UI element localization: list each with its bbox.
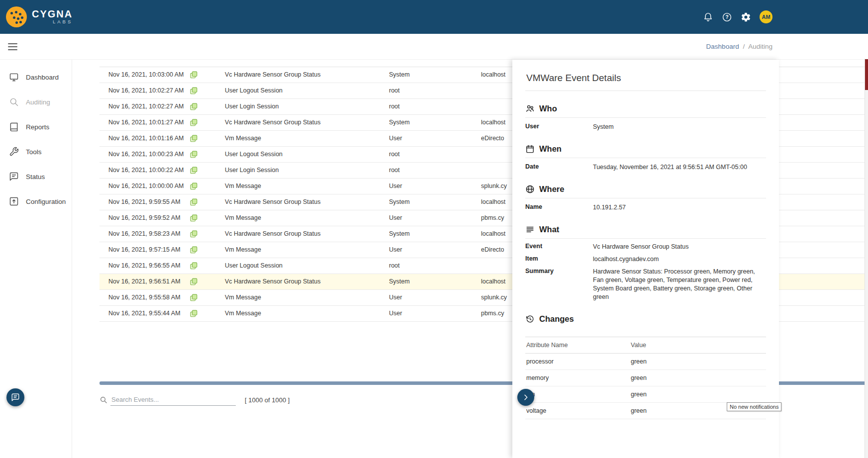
- detail-value: Hardware Sensor Status: Processor green,…: [593, 268, 766, 301]
- section-heading: Where: [539, 184, 564, 194]
- change-value: green: [631, 374, 765, 381]
- detail-value: Tuesday, November 16, 2021 at 9:56:51 AM…: [593, 163, 766, 172]
- event-user: User: [389, 242, 481, 258]
- panel-title: VMWare Event Details: [525, 60, 766, 91]
- detail-value: System: [593, 123, 766, 131]
- vmware-event-icon: [184, 306, 225, 321]
- event-name: Vc Hardware Sensor Group Status: [225, 67, 389, 83]
- event-name: User Login Session: [225, 99, 389, 114]
- event-time: Nov 16, 2021, 10:00:22 AM: [99, 163, 184, 178]
- user-avatar[interactable]: AM: [760, 10, 772, 23]
- event-time: Nov 16, 2021, 9:55:58 AM: [99, 290, 184, 305]
- where-globe-icon: [525, 184, 535, 194]
- sidebar-item-tools[interactable]: Tools: [0, 139, 72, 164]
- panel-collapse-button[interactable]: [517, 389, 534, 406]
- vmware-event-icon: [184, 131, 225, 146]
- top-navbar: CYGNA LABS ? AM: [0, 0, 868, 34]
- event-user: System: [389, 194, 481, 210]
- event-time: Nov 16, 2021, 10:01:27 AM: [99, 115, 184, 130]
- sidebar-item-label: Configuration: [26, 198, 66, 205]
- event-name: Vm Message: [225, 306, 389, 321]
- event-user: User: [389, 131, 481, 146]
- notifications-tooltip: No new notifications: [727, 402, 781, 411]
- sidebar-item-dashboard[interactable]: Dashboard: [0, 65, 72, 90]
- detail-label: User: [525, 123, 593, 131]
- search-icon: [99, 396, 107, 404]
- event-user: System: [389, 274, 481, 289]
- detail-label: Date: [525, 163, 593, 172]
- vmware-event-icon: [184, 179, 225, 194]
- menu-toggle-icon[interactable]: [8, 43, 17, 50]
- chat-support-button[interactable]: [6, 388, 24, 406]
- sidebar-item-configuration[interactable]: Configuration: [0, 189, 72, 214]
- vertical-scrollbar-thumb[interactable]: [865, 59, 868, 90]
- event-user: root: [389, 163, 481, 178]
- svg-text:?: ?: [725, 14, 728, 20]
- section-what: What Event Vc Hardware Sensor Group Stat…: [525, 225, 766, 301]
- change-attribute: memory: [526, 374, 631, 381]
- cygna-logo-icon: [6, 6, 27, 27]
- sidebar-item-auditing[interactable]: Auditing: [0, 90, 72, 114]
- event-name: Vm Message: [225, 179, 389, 194]
- event-details-panel: VMWare Event Details Who User System Whe…: [512, 60, 779, 458]
- notifications-bell-icon[interactable]: [703, 12, 713, 22]
- event-user: root: [389, 258, 481, 274]
- section-heading: Who: [539, 104, 557, 113]
- change-attribute: processor: [526, 358, 631, 365]
- help-icon[interactable]: ?: [722, 12, 732, 22]
- detail-label: Name: [525, 203, 593, 212]
- event-time: Nov 16, 2021, 9:57:15 AM: [99, 242, 184, 258]
- event-user: root: [389, 147, 481, 162]
- event-time: Nov 16, 2021, 10:02:27 AM: [99, 99, 184, 114]
- vmware-event-icon: [184, 210, 225, 226]
- sidebar-item-status[interactable]: Status: [0, 164, 72, 189]
- vmware-event-icon: [184, 67, 225, 83]
- event-time: Nov 16, 2021, 9:56:51 AM: [99, 274, 184, 289]
- event-time: Nov 16, 2021, 9:59:52 AM: [99, 210, 184, 226]
- changes-table-header: Attribute Name Value: [525, 337, 766, 354]
- dashboard-icon: [9, 72, 19, 82]
- settings-gear-icon[interactable]: [741, 12, 751, 22]
- event-user: User: [389, 306, 481, 321]
- event-name: User Logout Session: [225, 83, 389, 98]
- reports-book-icon: [9, 122, 19, 132]
- event-name: User Logout Session: [225, 147, 389, 162]
- sidebar-item-label: Reports: [26, 123, 49, 131]
- sidebar-item-label: Status: [26, 173, 45, 181]
- wrench-icon: [9, 147, 19, 157]
- change-attribute: fan: [526, 391, 631, 398]
- event-time: Nov 16, 2021, 10:00:23 AM: [99, 147, 184, 162]
- event-name: Vm Message: [225, 290, 389, 305]
- chat-icon: [11, 393, 20, 402]
- detail-label: Event: [525, 243, 593, 251]
- vertical-scrollbar[interactable]: [865, 59, 868, 458]
- breadcrumb-dashboard[interactable]: Dashboard: [706, 43, 739, 50]
- vmware-event-icon: [184, 83, 225, 98]
- event-name: Vm Message: [225, 210, 389, 226]
- changes-table-row: processor green: [525, 354, 766, 370]
- search-icon: [9, 97, 19, 107]
- event-user: User: [389, 290, 481, 305]
- detail-label: Item: [525, 255, 593, 264]
- event-user: User: [389, 210, 481, 226]
- breadcrumb-separator: /: [743, 43, 745, 50]
- event-user: System: [389, 67, 481, 83]
- sidebar-item-reports[interactable]: Reports: [0, 114, 72, 139]
- vmware-event-icon: [184, 290, 225, 305]
- breadcrumb: Dashboard / Auditing: [706, 43, 772, 50]
- event-user: System: [389, 226, 481, 242]
- event-user: root: [389, 99, 481, 114]
- search-events-input[interactable]: [110, 394, 236, 406]
- vmware-event-icon: [184, 258, 225, 274]
- page-header: Dashboard / Auditing: [0, 34, 868, 60]
- changes-table-row: memory green: [525, 370, 766, 386]
- section-where: Where Name 10.191.2.57: [525, 184, 766, 212]
- event-name: User Logout Session: [225, 258, 389, 274]
- changes-history-icon: [525, 314, 535, 324]
- changes-col-value: Value: [631, 342, 765, 349]
- event-user: System: [389, 115, 481, 130]
- event-time: Nov 16, 2021, 9:56:55 AM: [99, 258, 184, 274]
- event-user: root: [389, 83, 481, 98]
- event-time: Nov 16, 2021, 10:01:16 AM: [99, 131, 184, 146]
- search-bar: [ 1000 of 1000 ]: [99, 390, 289, 410]
